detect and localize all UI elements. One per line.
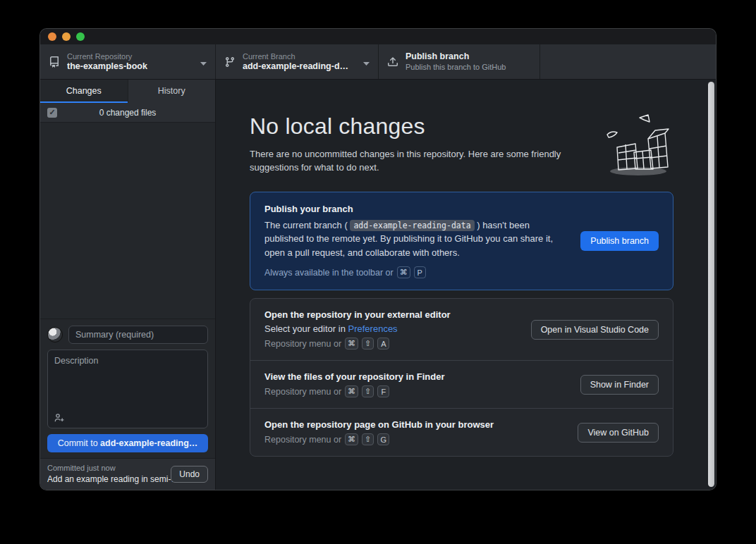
git-branch-icon: [224, 56, 236, 68]
suggestion-title: Open the repository page on GitHub in yo…: [264, 419, 563, 430]
g-key: G: [377, 433, 389, 445]
suggestion-title: Open the repository in your external edi…: [264, 309, 517, 320]
undo-button[interactable]: Undo: [171, 466, 208, 483]
publish-toolbar-title: Publish branch: [406, 51, 531, 62]
editor-preferences-line: Select your editor in Preferences: [264, 323, 517, 334]
avatar: [47, 327, 63, 342]
repo-icon: [49, 56, 60, 68]
repository-label: Current Repository: [67, 51, 196, 61]
page-subtitle: There are no uncommitted changes in this…: [250, 148, 611, 175]
vertical-scrollbar[interactable]: [708, 82, 714, 487]
changes-list-empty: [40, 123, 215, 319]
publish-card-body-pre: The current branch (: [264, 220, 348, 230]
publish-toolbar-subtitle: Publish this branch to GitHub: [406, 62, 531, 72]
close-window-button[interactable]: [48, 32, 56, 41]
changed-files-header[interactable]: ✓ 0 changed files: [40, 103, 215, 123]
publish-card-hint: Always available in the toolbar or ⌘ P: [264, 266, 565, 278]
hint-text: Repository menu or: [264, 387, 341, 397]
last-commit-banner: Committed just now Add an example readin…: [40, 458, 215, 490]
chevron-down-icon: [200, 56, 207, 68]
view-on-github-row: Open the repository page on GitHub in yo…: [250, 408, 673, 456]
hint-text: Repository menu or: [264, 435, 341, 445]
suggestion-hint: Repository menu or ⌘ ⇧ G: [264, 433, 563, 445]
suggestions-list: Open the repository in your external edi…: [250, 298, 673, 457]
crumpled-paper-illustration: [599, 113, 675, 178]
main-panel: No local changes There are no uncommitte…: [216, 80, 716, 490]
select-all-checkbox[interactable]: ✓: [47, 108, 57, 118]
branch-name: add-example-reading-d…: [243, 61, 359, 72]
publish-branch-toolbar-button[interactable]: Publish branch Publish this branch to Gi…: [379, 44, 540, 79]
cmd-key: ⌘: [345, 338, 358, 350]
shift-key: ⇧: [362, 338, 374, 350]
sidebar: Changes History ✓ 0 changed files: [40, 80, 216, 490]
open-in-editor-row: Open the repository in your external edi…: [250, 299, 673, 360]
zoom-window-button[interactable]: [76, 32, 85, 41]
open-in-editor-button[interactable]: Open in Visual Studio Code: [531, 320, 659, 340]
publish-branch-button[interactable]: Publish branch: [580, 231, 659, 251]
commit-button-prefix: Commit to: [58, 438, 100, 448]
description-input[interactable]: [48, 350, 207, 409]
suggestion-title: View the files of your repository in Fin…: [264, 371, 566, 382]
add-coauthor-icon[interactable]: [54, 412, 65, 424]
toolbar: Current Repository the-examples-book Cur…: [40, 44, 716, 80]
view-on-github-button[interactable]: View on GitHub: [578, 423, 659, 443]
commit-button-branch: add-example-reading…: [100, 438, 197, 448]
hint-text: Repository menu or: [264, 339, 341, 349]
f-key: F: [377, 385, 389, 397]
cmd-key: ⌘: [345, 433, 358, 445]
shift-key: ⇧: [362, 385, 374, 397]
commit-message-text: Add an example reading in semi-…: [47, 474, 178, 484]
cmd-key: ⌘: [397, 266, 410, 278]
commit-form: Commit to add-example-reading…: [40, 319, 215, 458]
tab-changes[interactable]: Changes: [40, 80, 128, 103]
preferences-link[interactable]: Preferences: [348, 323, 398, 334]
show-in-finder-row: View the files of your repository in Fin…: [250, 360, 673, 408]
publish-card-title: Publish your branch: [264, 204, 565, 214]
a-key: A: [377, 338, 389, 350]
cmd-key: ⌘: [345, 385, 358, 397]
publish-card-body: The current branch ( add-example-reading…: [264, 218, 565, 260]
show-in-finder-button[interactable]: Show in Finder: [580, 375, 659, 395]
shift-key: ⇧: [362, 433, 374, 445]
current-repository-dropdown[interactable]: Current Repository the-examples-book: [40, 44, 216, 79]
publish-hint-text: Always available in the toolbar or: [264, 268, 394, 278]
repository-name: the-examples-book: [67, 61, 196, 72]
chevron-down-icon: [363, 56, 370, 68]
titlebar: [40, 29, 716, 44]
commit-button[interactable]: Commit to add-example-reading…: [47, 434, 208, 452]
current-branch-dropdown[interactable]: Current Branch add-example-reading-d…: [216, 44, 379, 79]
upload-icon: [387, 56, 398, 68]
branch-code-chip: add-example-reading-data: [350, 220, 474, 231]
minimize-window-button[interactable]: [62, 32, 71, 41]
toolbar-spacer: [540, 44, 716, 79]
editor-line-pre: Select your editor in: [264, 323, 348, 334]
tab-history[interactable]: History: [128, 80, 216, 103]
p-key: P: [414, 266, 426, 278]
changed-files-count: 0 changed files: [40, 108, 215, 118]
github-desktop-window: Current Repository the-examples-book Cur…: [39, 28, 717, 490]
branch-label: Current Branch: [243, 51, 359, 61]
suggestion-hint: Repository menu or ⌘ ⇧ F: [264, 385, 566, 397]
summary-input[interactable]: [68, 326, 208, 344]
suggestion-hint: Repository menu or ⌘ ⇧ A: [264, 338, 517, 350]
sidebar-tabs: Changes History: [40, 80, 215, 103]
publish-branch-card: Publish your branch The current branch (…: [250, 192, 673, 291]
